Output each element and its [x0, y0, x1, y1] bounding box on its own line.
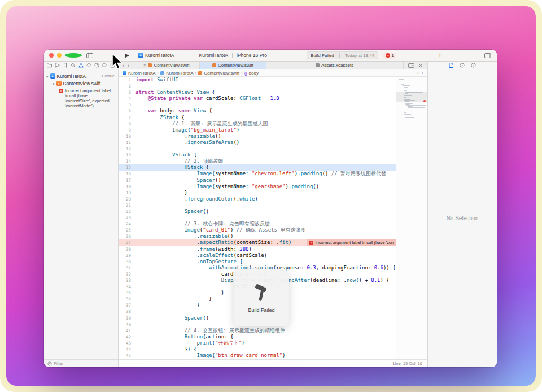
code-line[interactable]: 6 var body: some View { [119, 108, 396, 114]
window-toolbar: A KuromiTarotA KuromiTarotA iPhone 16 Pr… [44, 50, 497, 62]
forward-icon[interactable] [128, 63, 129, 68]
code-line[interactable]: 45 Image("btn_draw_card_normal") [119, 352, 396, 359]
code-line[interactable]: 5 [119, 102, 396, 108]
breadcrumb-project[interactable]: KuromiTarotA [123, 71, 155, 76]
quick-help-icon[interactable]: ? [471, 63, 476, 68]
minimap[interactable] [396, 77, 427, 359]
project-row[interactable]: A KuromiTarotA 1 issue [46, 72, 116, 80]
code-text: }) { [136, 346, 196, 352]
code-line[interactable]: 28 .frame(width: 280) [119, 246, 396, 252]
line-number: 28 [119, 246, 136, 252]
divider [339, 53, 340, 58]
assets-icon [316, 63, 320, 67]
bookmarks-icon[interactable] [63, 63, 68, 68]
destination-selector[interactable]: KuromiTarotA iPhone 16 Pro [199, 53, 267, 58]
code-line[interactable]: 11 .ignoresSafeArea() [119, 140, 396, 146]
library-add-button[interactable]: + [438, 51, 442, 59]
editor-status-bar: Line: 15 Col: 16 [119, 359, 427, 367]
inline-error-chip[interactable]: ×Incorrect argument label in call (have … [307, 239, 396, 246]
code-line[interactable]: 20 .foregroundColor(.white) [119, 196, 396, 202]
destination-device: iPhone 16 Pro [237, 53, 267, 58]
code-line[interactable]: 1import SwiftUI [119, 77, 396, 83]
code-line[interactable]: 42 Button(action: { [119, 334, 396, 340]
code-text: print("开始占卜") [136, 340, 244, 346]
code-line[interactable]: 7 ZStack { [119, 115, 396, 121]
sidebar-toggle-icon[interactable] [86, 53, 93, 58]
breadcrumb-symbol[interactable]: {} body [244, 71, 259, 76]
issues-navigator-icon[interactable] [78, 63, 84, 68]
code-line[interactable]: 44 }) { [119, 346, 396, 352]
code-line[interactable]: 43 print("开始占卜") [119, 340, 396, 346]
search-icon[interactable] [71, 63, 76, 68]
code-line[interactable]: 23 [119, 215, 396, 221]
back-icon[interactable] [417, 71, 419, 76]
code-line[interactable]: 17 Spacer() [119, 177, 396, 184]
tab-contentview-1[interactable]: ✕ ContentView.swift [133, 62, 200, 69]
add-editor-icon[interactable] [408, 63, 414, 68]
inspector-toggle-icon[interactable] [484, 53, 491, 58]
disclosure-triangle-icon[interactable] [46, 73, 49, 79]
code-line[interactable]: 21 [119, 202, 396, 208]
code-line[interactable]: 25 Image("card_01") // 确保 Assets 里有这张图 [119, 227, 396, 233]
line-number: 1 [119, 77, 136, 83]
code-line[interactable]: 26 .resizable() [119, 233, 396, 239]
tab-assets[interactable]: Assets.xcassets [266, 62, 403, 69]
file-row[interactable]: s ContentView.swift [46, 80, 116, 87]
code-line[interactable]: 13 VStack { [119, 152, 396, 158]
disclosure-triangle-icon[interactable] [53, 81, 55, 86]
code-line[interactable]: 4 @State private var cardScale: CGFloat … [119, 95, 396, 102]
run-button[interactable] [125, 53, 129, 58]
code-line[interactable]: 12 [119, 146, 396, 152]
breadcrumb-group[interactable]: KuromiTarotA [160, 71, 193, 76]
breakpoints-icon[interactable] [102, 63, 107, 68]
code-line[interactable]: 3struct ContentView: View { [119, 89, 396, 95]
code-line[interactable]: 18 Image(systemName: "gearshape").paddin… [119, 184, 396, 190]
file-inspector-icon[interactable] [449, 63, 453, 68]
zoom-window-button[interactable] [65, 53, 82, 58]
code-line[interactable]: 24 // 3. 核心卡牌: 点击即有缩放反馈 [119, 221, 396, 227]
code-line[interactable]: 10 .resizable() [119, 133, 396, 140]
minimap-viewport[interactable] [396, 92, 427, 102]
code-line[interactable]: 16 Image(systemName: "chevron.left").pad… [119, 171, 396, 177]
breadcrumb-file[interactable]: ContentView.swift [198, 71, 239, 76]
history-nav [119, 62, 133, 69]
project-navigator-icon[interactable] [47, 63, 52, 68]
code-text: .resizable() [136, 133, 221, 140]
line-number: 15 [119, 164, 136, 171]
close-editor-icon[interactable] [418, 63, 423, 68]
forward-icon[interactable] [422, 71, 423, 76]
code-line[interactable]: 41 // 4. 交互按钮: 展示星流生成的精细组件 [119, 328, 396, 334]
hammer-icon [251, 283, 272, 303]
source-control-icon[interactable] [55, 63, 60, 68]
activity-status[interactable]: Build Failed Today at 18:44 [307, 51, 378, 59]
code-line[interactable]: 14 // 2. 顶部装饰 [119, 158, 396, 164]
code-line[interactable]: 8 // 1. 背景: 展示星流生成的氛围感大图 [119, 121, 396, 127]
reports-icon[interactable] [110, 63, 115, 68]
scheme-name: KuromiTarotA [145, 53, 174, 58]
swift-file-icon [148, 63, 152, 67]
code-text: .resizable() [136, 233, 233, 239]
line-number: 8 [119, 121, 136, 127]
scheme-selector[interactable]: A KuromiTarotA [138, 53, 174, 58]
code-line[interactable]: 9 Image("bg_main_tarot") [119, 127, 396, 133]
history-inspector-icon[interactable] [460, 63, 465, 68]
tests-icon[interactable] [86, 63, 91, 68]
error-count-badge[interactable]: × 1 [383, 53, 396, 59]
navigator-filter-bar[interactable]: Filter [44, 359, 118, 367]
code-line[interactable]: 2 [119, 83, 396, 89]
code-line[interactable]: 30 .onTapGesture { [119, 259, 396, 265]
tab-contentview-2[interactable]: ContentView.swift [200, 62, 266, 69]
minimize-window-button[interactable] [57, 53, 62, 58]
issue-row[interactable]: × Incorrect argument label in call (have… [46, 87, 116, 108]
close-window-button[interactable] [49, 53, 54, 58]
code-line[interactable]: 29 .scaleEffect(cardScale) [119, 252, 396, 259]
close-tab-icon[interactable]: ✕ [143, 63, 147, 68]
code-line[interactable]: 22 Spacer() [119, 208, 396, 215]
debug-icon[interactable] [94, 63, 99, 68]
minimap-error-marker [423, 100, 426, 102]
back-icon[interactable] [123, 63, 124, 68]
code-line[interactable]: 15 HStack { [119, 164, 396, 171]
code-line[interactable]: 19 } [119, 190, 396, 196]
code-line[interactable]: 27 .aspectRatio(contentSize: .fit)×Incor… [119, 239, 396, 246]
issue-navigator-tree: A KuromiTarotA 1 issue s ContentView.swi… [44, 69, 118, 359]
